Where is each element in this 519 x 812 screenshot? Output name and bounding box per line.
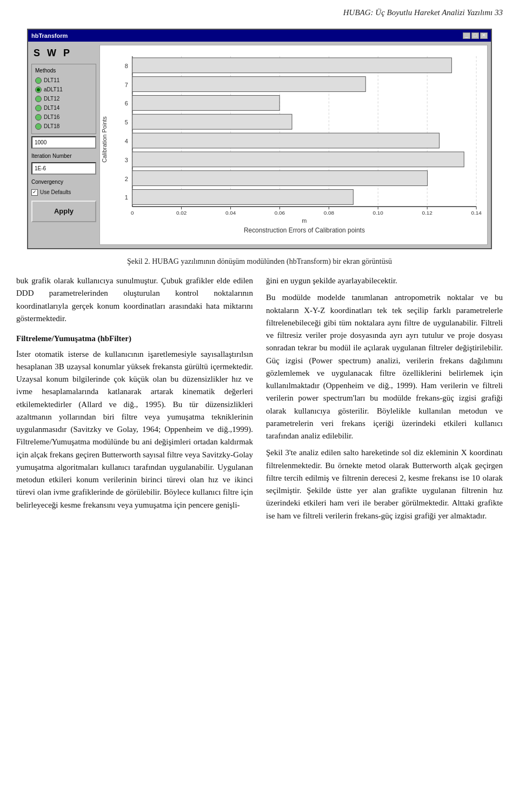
- use-defaults-row[interactable]: ✓ Use Defaults: [31, 188, 96, 196]
- svg-rect-36: [132, 190, 354, 205]
- svg-text:0.02: 0.02: [176, 210, 187, 216]
- window-title: hbTransform: [31, 31, 68, 41]
- method-adlt11[interactable]: aDLT11: [35, 85, 92, 94]
- svg-text:8: 8: [125, 63, 128, 69]
- left-para-2: İster otomatik isterse de kullanıcının i…: [16, 348, 253, 511]
- radio-dlt11[interactable]: [35, 77, 42, 84]
- section-heading-filter: Filtreleme/Yumuşatma (hbFilter): [16, 332, 253, 345]
- method-dlt14-label: DLT14: [44, 104, 59, 112]
- use-defaults-checkbox[interactable]: ✓: [31, 189, 38, 196]
- right-para-1: ğini en uygun şekilde ayarlayabilecektir…: [266, 275, 503, 287]
- method-dlt18-label: DLT18: [44, 122, 59, 130]
- svg-text:0.08: 0.08: [324, 210, 335, 216]
- two-column-layout: buk grafik olarak kullanıcıya sunulmuştu…: [16, 275, 503, 527]
- hb-window: hbTransform _ □ ✕ S W P Methods DLT11: [27, 29, 492, 250]
- methods-group: Methods DLT11 aDLT11 DLT12: [31, 64, 96, 134]
- svg-rect-29: [132, 58, 452, 73]
- svg-rect-30: [132, 77, 366, 92]
- svg-text:3: 3: [125, 157, 128, 163]
- svg-text:0.12: 0.12: [422, 210, 433, 216]
- radio-adlt11[interactable]: [35, 86, 42, 93]
- close-button[interactable]: ✕: [480, 32, 488, 39]
- hb-left-panel: S W P Methods DLT11 aDLT11 DLT12: [31, 45, 96, 245]
- svg-text:2: 2: [125, 176, 128, 182]
- svg-text:5: 5: [125, 119, 128, 125]
- method-dlt14[interactable]: DLT14: [35, 104, 92, 112]
- swp-label: S W P: [31, 45, 96, 62]
- convergency-label: Convergency: [31, 178, 96, 186]
- titlebar-controls: _ □ ✕: [463, 32, 488, 39]
- method-dlt12-label: DLT12: [44, 95, 59, 103]
- convergency-input[interactable]: 1E-6: [31, 162, 96, 175]
- svg-rect-35: [132, 171, 428, 186]
- maximize-button[interactable]: □: [471, 32, 479, 39]
- apply-button[interactable]: Apply: [31, 201, 96, 222]
- figure-caption: Şekil 2. HUBAG yazılımının dönüşüm modül…: [0, 252, 519, 272]
- chart-svg: Calibration Points: [100, 45, 487, 244]
- text-body: buk grafik olarak kullanıcıya sunulmuştu…: [0, 272, 519, 537]
- header-text: HUBAG: Üç Boyutlu Hareket Analizi Yazılı…: [343, 8, 503, 17]
- hb-body: S W P Methods DLT11 aDLT11 DLT12: [28, 42, 491, 248]
- method-dlt16-label: DLT16: [44, 113, 59, 121]
- chart-area: Calibration Points: [99, 45, 488, 245]
- figure-container: hbTransform _ □ ✕ S W P Methods DLT11: [0, 23, 519, 253]
- right-column: ğini en uygun şekilde ayarlayabilecektir…: [266, 275, 503, 527]
- svg-text:Reconstruction Errors of Calib: Reconstruction Errors of Calibration poi…: [244, 227, 365, 234]
- svg-text:0.10: 0.10: [373, 210, 384, 216]
- method-adlt11-label: aDLT11: [44, 85, 63, 94]
- figure-caption-text: Şekil 2. HUBAG yazılımının dönüşüm modül…: [127, 257, 392, 265]
- svg-text:1: 1: [125, 194, 128, 201]
- right-para-2: Bu modülde modelde tanımlanan antropomet…: [266, 291, 503, 442]
- minimize-button[interactable]: _: [463, 32, 470, 39]
- iteration-input[interactable]: 1000: [31, 136, 96, 149]
- svg-text:m: m: [302, 217, 307, 224]
- svg-text:0.14: 0.14: [471, 210, 482, 216]
- hb-titlebar: hbTransform _ □ ✕: [28, 30, 491, 42]
- radio-dlt12[interactable]: [35, 96, 42, 102]
- svg-text:Calibration Points: Calibration Points: [101, 116, 108, 163]
- svg-text:0: 0: [131, 210, 134, 216]
- method-dlt18[interactable]: DLT18: [35, 122, 92, 130]
- svg-rect-33: [132, 133, 440, 148]
- svg-text:7: 7: [125, 82, 128, 88]
- iteration-label: Iteration Number: [31, 152, 96, 160]
- svg-text:0.06: 0.06: [275, 210, 285, 216]
- methods-title: Methods: [35, 66, 92, 75]
- left-para-1: buk grafik olarak kullanıcıya sunulmuştu…: [16, 275, 253, 325]
- svg-text:0.04: 0.04: [225, 210, 236, 216]
- radio-dlt14[interactable]: [35, 105, 42, 111]
- left-column: buk grafik olarak kullanıcıya sunulmuştu…: [16, 275, 253, 527]
- radio-dlt16[interactable]: [35, 114, 42, 121]
- right-para-3: Şekil 3'te analiz edilen salto hareketin…: [266, 447, 503, 522]
- svg-rect-34: [132, 152, 464, 167]
- use-defaults-label: Use Defaults: [40, 188, 71, 196]
- method-dlt11-label: DLT11: [44, 76, 59, 84]
- method-dlt12[interactable]: DLT12: [35, 95, 92, 103]
- svg-rect-32: [132, 114, 292, 129]
- method-dlt11[interactable]: DLT11: [35, 76, 92, 84]
- method-dlt16[interactable]: DLT16: [35, 113, 92, 121]
- svg-text:6: 6: [125, 100, 128, 107]
- svg-rect-31: [132, 96, 280, 111]
- page-header: HUBAG: Üç Boyutlu Hareket Analizi Yazılı…: [0, 0, 519, 23]
- svg-text:4: 4: [125, 138, 128, 144]
- radio-dlt18[interactable]: [35, 123, 42, 130]
